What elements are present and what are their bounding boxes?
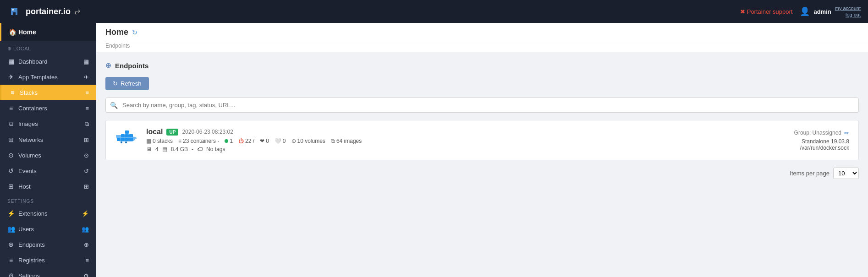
logo-area: portainer.io ⇄ <box>7 4 80 19</box>
endpoint-name-row: local UP 2020-06-23 08:23:02 <box>146 128 362 136</box>
stat-volumes: ⊙ 10 volumes <box>291 138 325 144</box>
sidebar-item-registries[interactable]: ≡ Registries ≡ <box>0 252 96 268</box>
stopped-icon: ⏻ <box>238 138 244 144</box>
sidebar-label-extensions: Extensions <box>18 210 48 217</box>
support-link[interactable]: ✖ Portainer support <box>740 8 793 15</box>
admin-links: my account log out <box>835 5 861 17</box>
support-icon: ✖ <box>740 8 745 15</box>
sidebar-item-events[interactable]: ↺ Events ↺ <box>0 163 96 179</box>
sidebar-item-volumes[interactable]: ⊙ Volumes ⊙ <box>0 147 96 163</box>
sidebar-item-settings[interactable]: ⚙ Settings ⚙ <box>0 268 96 277</box>
events-icon-right: ↺ <box>84 168 89 174</box>
endpoints-section-icon: ⊕ <box>105 61 111 70</box>
images-icon-right: ⧉ <box>85 120 89 128</box>
sidebar-label-dashboard: Dashboard <box>18 58 48 65</box>
sidebar-item-images[interactable]: ⧉ Images ⧉ <box>0 116 96 132</box>
edit-group-icon[interactable]: ✏ <box>844 130 849 136</box>
sidebar-item-host[interactable]: ⊞ Host ⊞ <box>0 179 96 194</box>
sidebar-home-item[interactable]: 🏠 Home <box>0 23 96 41</box>
sidebar-label-endpoints: Endpoints <box>18 241 45 248</box>
sidebar-item-containers[interactable]: ≡ Containers ≡ <box>0 100 96 116</box>
stacks-stat-icon: ▦ <box>146 138 151 144</box>
dashboard-icon: ▦ <box>7 58 15 65</box>
swap-icon[interactable]: ⇄ <box>74 7 80 16</box>
endpoint-info: local UP 2020-06-23 08:23:02 ▦ 0 stacks … <box>146 128 362 152</box>
sidebar-item-stacks[interactable]: ≡ Stacks ≡ <box>0 85 96 100</box>
portainer-logo-icon <box>7 4 22 19</box>
sidebar-item-users[interactable]: 👥 Users 👥 <box>0 221 96 237</box>
endpoint-tags: No tags <box>206 146 225 152</box>
endpoint-date: 2020-06-23 08:23:02 <box>182 129 233 135</box>
registries-icon-right: ≡ <box>85 257 89 264</box>
events-icon: ↺ <box>7 167 15 174</box>
stat-stopped: ⏻ 22 / <box>238 138 254 144</box>
items-per-page-label: Items per page <box>790 170 830 177</box>
endpoint-type: Standalone 19.03.8 <box>794 138 849 145</box>
docker-logo <box>115 129 139 152</box>
search-input[interactable] <box>105 98 859 113</box>
registries-icon: ≡ <box>7 256 15 264</box>
stat-unhealthy: 🤍 0 <box>275 138 286 144</box>
stat-containers: ≡ 23 containers - <box>178 138 219 144</box>
sidebar-item-endpoints[interactable]: ⊕ Endpoints ⊕ <box>0 237 96 252</box>
stat-running: 1 <box>225 138 233 144</box>
memory-icon: ▤ <box>162 146 167 152</box>
admin-area: 👤 admin my account log out <box>800 5 861 17</box>
stat-healthy: ❤ 0 <box>260 138 269 144</box>
sidebar: 🏠 Home ⊕ LOCAL ▦ Dashboard ▦ ✈ App Templ… <box>0 23 96 277</box>
admin-icon: 👤 <box>800 6 810 16</box>
breadcrumb: Endpoints <box>105 43 130 49</box>
refresh-button[interactable]: ↻ Refresh <box>105 77 149 90</box>
volumes-stat-icon: ⊙ <box>291 138 296 144</box>
layout: 🏠 Home ⊕ LOCAL ▦ Dashboard ▦ ✈ App Templ… <box>0 23 868 277</box>
stat-stacks: ▦ 0 stacks <box>146 138 173 144</box>
page-header: Home ↻ <box>96 23 868 41</box>
dashboard-icon-right: ▦ <box>83 58 89 65</box>
endpoint-meta: 🖥 4 ▤ 8.4 GB - 🏷 No tags <box>146 146 362 152</box>
endpoint-path: /var/run/docker.sock <box>794 145 849 151</box>
cpu-icon: 🖥 <box>146 146 152 152</box>
containers-icon: ≡ <box>7 104 15 112</box>
memory-value: 8.4 GB <box>171 146 188 152</box>
sidebar-label-settings: Settings <box>18 272 40 277</box>
sidebar-label-containers: Containers <box>18 105 47 112</box>
sidebar-item-dashboard[interactable]: ▦ Dashboard ▦ <box>0 54 96 69</box>
page-title: Home <box>105 27 128 37</box>
search-container: 🔍 <box>105 98 859 113</box>
items-per-page-select[interactable]: 10 25 50 100 <box>833 168 859 179</box>
sidebar-item-networks[interactable]: ⊞ Networks ⊞ <box>0 132 96 147</box>
header-right: ✖ Portainer support 👤 admin my account l… <box>740 5 861 17</box>
healthy-icon: ❤ <box>260 138 264 144</box>
containers-stat-icon: ≡ <box>178 138 181 144</box>
content-area: ⊕ Endpoints ↻ Refresh 🔍 <box>96 52 868 188</box>
sidebar-label-registries: Registries <box>18 257 45 264</box>
sidebar-label-host: Host <box>18 183 31 190</box>
stat-images: ⧉ 64 images <box>331 138 362 144</box>
networks-icon-right: ⊞ <box>84 136 89 143</box>
app-templates-icon: ✈ <box>7 73 15 81</box>
running-dot <box>225 139 228 143</box>
volumes-icon: ⊙ <box>7 152 15 159</box>
settings-header: SETTINGS <box>0 194 96 206</box>
sidebar-item-extensions[interactable]: ⚡ Extensions ⚡ <box>0 206 96 221</box>
endpoint-stats: ▦ 0 stacks ≡ 23 containers - 1 <box>146 138 362 144</box>
search-icon: 🔍 <box>110 102 118 109</box>
svg-point-11 <box>125 141 127 143</box>
home-label: Home <box>18 28 36 36</box>
endpoints-icon-right: ⊕ <box>84 241 89 248</box>
endpoint-group: Group: Unassigned <box>794 130 841 136</box>
users-icon: 👥 <box>7 225 15 233</box>
sidebar-label-stacks: Stacks <box>20 89 38 96</box>
sidebar-item-app-templates[interactable]: ✈ App Templates ✈ <box>0 69 96 85</box>
my-account-link[interactable]: my account <box>835 5 861 11</box>
app-templates-icon-right: ✈ <box>84 74 89 81</box>
sidebar-local-group: ⊕ LOCAL <box>0 41 96 54</box>
settings-icon-right: ⚙ <box>83 272 89 277</box>
stacks-icon: ≡ <box>9 89 16 96</box>
sidebar-label-events: Events <box>18 168 37 174</box>
log-out-link[interactable]: log out <box>846 12 861 17</box>
sidebar-label-app-templates: App Templates <box>18 74 58 81</box>
section-heading: ⊕ Endpoints <box>105 61 859 70</box>
extensions-icon-right: ⚡ <box>82 210 89 217</box>
page-refresh-icon[interactable]: ↻ <box>132 29 137 36</box>
